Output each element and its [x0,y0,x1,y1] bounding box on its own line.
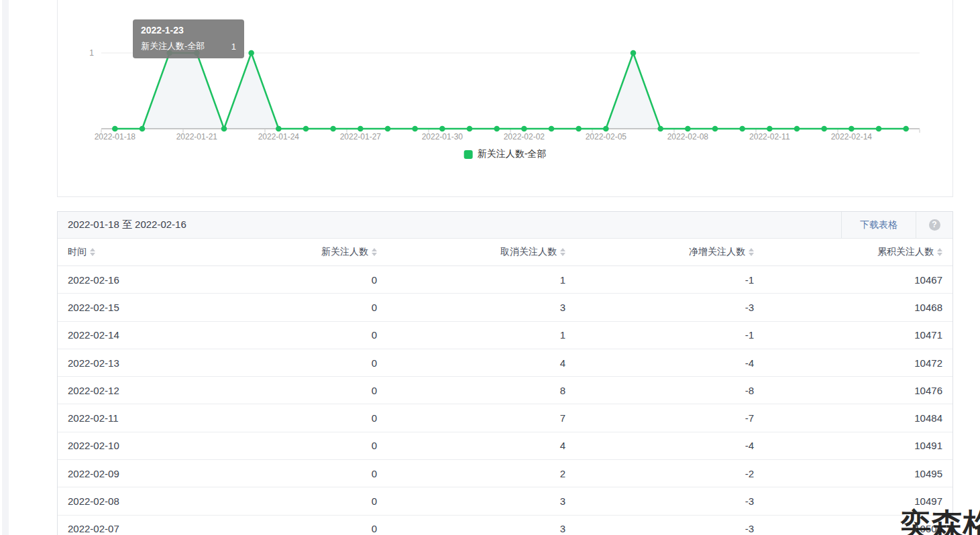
cell-value: -8 [565,385,754,396]
legend-marker-icon [464,150,473,159]
data-point[interactable] [712,126,718,132]
left-scroll-strip [2,0,9,535]
cell-value: -1 [565,329,754,341]
svg-text:2022-01-21: 2022-01-21 [176,132,218,141]
data-point[interactable] [794,126,800,132]
data-point[interactable] [576,126,582,132]
data-point[interactable] [112,126,118,132]
data-point[interactable] [439,126,445,132]
cell-value: 3 [377,495,565,507]
data-point[interactable] [821,126,827,132]
svg-text:1: 1 [89,48,94,58]
data-point[interactable] [412,126,418,132]
sort-icon[interactable] [560,248,565,256]
data-point[interactable] [876,126,882,132]
cell-date: 2022-02-12 [68,385,188,396]
cell-value: 0 [188,412,377,424]
cell-value: 0 [188,440,377,451]
cell-value: 10472 [754,357,942,369]
cell-value: 2 [377,468,565,479]
cell-date: 2022-02-08 [68,495,188,507]
table-body: 2022-02-1601-1104672022-02-1503-31046820… [58,266,952,535]
sort-icon[interactable] [90,248,95,256]
cell-value: 10468 [754,302,942,313]
cell-value: 10484 [754,412,942,424]
question-mark-icon: ? [929,219,940,231]
data-point[interactable] [631,50,637,56]
data-point[interactable] [521,126,527,132]
cell-date: 2022-02-09 [68,468,188,479]
cell-value: 10476 [754,385,942,396]
table-column-headers: 时间 新关注人数 取消关注人数 净增关注人数 累积关注人数 [58,239,952,266]
cell-value: 10495 [754,468,942,479]
data-point[interactable] [549,126,555,132]
cell-value: 7 [377,412,565,424]
data-point[interactable] [657,126,663,132]
cell-value: 10491 [754,440,942,451]
cell-value: 0 [188,274,377,286]
cell-value: 3 [377,523,565,534]
svg-text:2022-02-11: 2022-02-11 [749,132,790,141]
column-header-cumulative-followers[interactable]: 累积关注人数 [754,246,942,258]
svg-text:2022-02-08: 2022-02-08 [667,132,709,141]
data-point[interactable] [248,50,254,56]
cell-date: 2022-02-16 [68,274,188,286]
table-row: 2022-02-1503-310468 [58,294,952,321]
cell-value: -7 [565,412,754,424]
cell-value: 4 [377,357,565,369]
followers-table-card: 2022-01-18 至 2022-02-16 下载表格 ? 时间 新关注人数 … [57,211,953,535]
data-point[interactable] [903,126,909,132]
watermark-text: 奕森格 [900,504,980,535]
data-point[interactable] [603,126,609,132]
cell-value: 1 [377,329,565,341]
cell-value: 0 [188,523,377,534]
cell-value: -1 [565,274,754,286]
data-point[interactable] [385,126,391,132]
table-row: 2022-02-1304-410472 [58,349,952,377]
svg-text:2022-02-05: 2022-02-05 [586,132,627,141]
cell-value: -3 [565,302,754,313]
data-point[interactable] [303,126,309,132]
cell-value: -2 [565,468,754,479]
sort-icon[interactable] [937,248,942,256]
data-point[interactable] [685,126,691,132]
sort-icon[interactable] [372,248,377,256]
sort-icon[interactable] [749,248,754,256]
data-point[interactable] [739,126,745,132]
followers-chart-card: 12022-01-182022-01-212022-01-242022-01-2… [57,0,953,197]
cell-date: 2022-02-15 [68,302,188,313]
data-point[interactable] [494,126,500,132]
column-header-time[interactable]: 时间 [68,246,188,258]
cell-value: -4 [565,440,754,451]
download-table-button[interactable]: 下载表格 [842,212,916,238]
chart-legend[interactable]: 新关注人数-全部 [464,148,547,160]
cell-value: -3 [565,523,754,534]
tooltip-value: 1 [213,42,236,52]
cell-value: 0 [188,468,377,479]
table-row: 2022-02-1401-110471 [58,322,952,349]
data-point[interactable] [140,126,146,132]
data-point[interactable] [849,126,855,132]
cell-value: 4 [377,440,565,451]
cell-date: 2022-02-07 [68,523,188,534]
cell-value: 10467 [754,274,942,286]
column-header-net-followers[interactable]: 净增关注人数 [565,246,754,258]
cell-value: 0 [188,329,377,341]
data-point[interactable] [358,126,364,132]
help-button[interactable]: ? [916,212,952,238]
column-header-unfollowers[interactable]: 取消关注人数 [377,246,565,258]
column-header-new-followers[interactable]: 新关注人数 [188,246,377,258]
cell-value: 8 [377,385,565,396]
cell-value: 10471 [754,329,942,341]
data-point[interactable] [467,126,473,132]
data-point[interactable] [276,126,282,132]
table-row: 2022-02-0703-310500 [58,516,952,535]
table-row: 2022-02-0803-310497 [58,487,952,515]
table-header-band: 2022-01-18 至 2022-02-16 下载表格 ? [58,212,952,239]
svg-text:2022-02-14: 2022-02-14 [831,132,873,141]
data-point[interactable] [221,126,227,132]
data-point[interactable] [767,126,773,132]
cell-value: 0 [188,385,377,396]
data-point[interactable] [330,126,336,132]
cell-date: 2022-02-13 [68,357,188,369]
